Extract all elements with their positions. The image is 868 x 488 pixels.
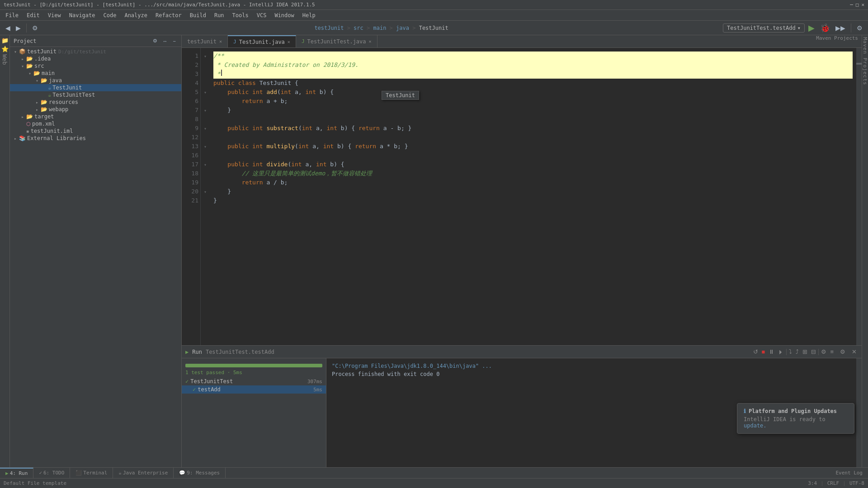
menu-vcs[interactable]: VCS <box>253 11 270 19</box>
tab-testjunittest-java[interactable]: J TestJunitTest.java ✕ <box>296 35 377 47</box>
run-panel-settings2[interactable]: ⚙ <box>839 347 847 356</box>
code-editor-container: TestJunit 1 2 3 4 5 6 7 8 9 12 13 16 17 … <box>182 48 862 345</box>
tree-label: main <box>42 70 55 76</box>
run-button[interactable]: ▶ <box>807 22 816 34</box>
run-stop[interactable]: ■ <box>760 347 767 356</box>
tree-item-webapp[interactable]: ▸ 📂 webapp <box>10 106 181 113</box>
tab-close-testjunit[interactable]: ✕ <box>219 39 222 44</box>
menu-edit[interactable]: Edit <box>23 11 43 19</box>
menu-help[interactable]: Help <box>299 11 319 19</box>
code-text: int <box>316 160 330 169</box>
menu-navigate[interactable]: Navigate <box>66 11 99 19</box>
tree-item-iml[interactable]: ◾ testJunit.iml <box>10 127 181 135</box>
tree-item-src[interactable]: ▾ 📂 src <box>10 62 181 70</box>
icon-favorites[interactable]: ⭐ <box>1 46 9 52</box>
run-filter[interactable]: ⚙ <box>820 347 828 356</box>
run-collapse[interactable]: ⊟ <box>810 347 817 356</box>
menu-window[interactable]: Window <box>271 11 297 19</box>
sidebar-expand[interactable]: ↔ <box>161 38 170 45</box>
run-settings[interactable]: ≡ <box>829 347 835 356</box>
tab-testjunit-java[interactable]: J TestJunit.java ✕ <box>228 35 296 47</box>
tab-close-testjunit-java[interactable]: ✕ <box>288 39 290 44</box>
mark-projects-toggle[interactable]: Maven Projects <box>812 35 862 47</box>
tree-item-resources[interactable]: ▸ 📂 resources <box>10 99 181 106</box>
event-log-link[interactable]: Event Log <box>830 470 868 476</box>
run-tree-item-testjunittest[interactable]: ✓ TestJunitTest 307ms <box>182 377 326 385</box>
run-config-dropdown[interactable]: ▾ <box>797 25 801 31</box>
toolbar-back[interactable]: ◀ <box>4 23 12 33</box>
code-text: * <box>213 70 221 79</box>
run-tree-item-testadd[interactable]: ✓ testAdd 5ms <box>182 385 326 394</box>
tree-item-idea[interactable]: ▸ 📂 .idea <box>10 55 181 62</box>
run-pause[interactable]: ⏸ <box>767 347 776 356</box>
run-config[interactable]: TestJunitTest.testAdd ▾ <box>723 23 805 33</box>
tab-todo[interactable]: ✓ 6: TODO <box>33 468 70 478</box>
toolbar-settings2[interactable]: ⚙ <box>855 23 864 33</box>
tab-terminal[interactable]: ⬛ Terminal <box>70 468 113 478</box>
toolbar-forward[interactable]: ▶ <box>14 23 23 33</box>
menu-file[interactable]: File <box>2 11 22 19</box>
tree-arrow: ▸ <box>19 114 26 119</box>
maven-projects-icon[interactable]: Maven Projects <box>862 37 868 85</box>
run-expand[interactable]: ⊞ <box>801 347 809 356</box>
code-text: } <box>213 106 231 115</box>
tree-item-main[interactable]: ▾ 📂 main <box>10 70 181 77</box>
menu-view[interactable]: View <box>44 11 65 19</box>
toolbar-breadcrumb: testJunit > src > main > java > TestJuni… <box>314 25 448 31</box>
left-sidebar-icons: 📁 ⭐ Web <box>0 35 10 467</box>
fold-line-5[interactable]: ▾ <box>201 88 210 97</box>
tab-close-testjunittest-java[interactable]: ✕ <box>369 39 372 44</box>
icon-project[interactable]: 📁 <box>1 37 9 44</box>
window-maximize[interactable]: □ <box>856 2 859 8</box>
tree-item-testjunittest[interactable]: ☕ TestJunitTest <box>10 91 181 99</box>
tab-run[interactable]: ▶ 4: Run <box>0 468 33 478</box>
run-scroll-end[interactable]: ⤵ <box>788 347 793 356</box>
update-link[interactable]: update. <box>744 422 767 429</box>
sidebar-collapse[interactable]: − <box>171 38 178 45</box>
status-encoding[interactable]: UTF-8 <box>849 480 864 486</box>
tree-item-java[interactable]: ▾ 📂 java <box>10 77 181 84</box>
tab-messages[interactable]: 💬 9: Messages <box>174 468 226 478</box>
fold-line-9[interactable]: ▾ <box>201 124 210 133</box>
run-resume[interactable]: ⏵ <box>777 347 785 356</box>
tree-item-extlibs[interactable]: ▸ 📚 External Libraries <box>10 135 181 142</box>
status-line-ending[interactable]: CRLF <box>827 480 840 486</box>
tab-java-enterprise[interactable]: ☕ Java Enterprise <box>113 468 174 478</box>
toolbar-settings[interactable]: ⚙ <box>30 23 40 33</box>
run-panel-close[interactable]: ✕ <box>850 347 858 356</box>
toolbar-more[interactable]: ▶▶ <box>834 23 847 33</box>
menu-refactor[interactable]: Refactor <box>152 11 185 19</box>
code-content[interactable]: /** * Created by Administrator on 2018/3… <box>210 48 856 345</box>
tab-testjunit[interactable]: testJunit ✕ <box>182 35 228 47</box>
fold-line-11[interactable]: ▾ <box>201 142 210 151</box>
window-minimize[interactable]: ─ <box>850 2 853 8</box>
menu-code[interactable]: Code <box>100 11 120 19</box>
tree-item-target[interactable]: ▸ 📂 target <box>10 113 181 120</box>
window-close[interactable]: ✕ <box>861 2 864 8</box>
run-scroll-start[interactable]: ⤴ <box>794 347 800 356</box>
menu-run[interactable]: Run <box>211 11 228 19</box>
menu-build[interactable]: Build <box>186 11 210 19</box>
icon-web[interactable]: Web <box>1 54 8 65</box>
tree-item-testjunit-file[interactable]: ☕ TestJunit <box>10 84 181 91</box>
fold-line-7[interactable]: ▾ <box>201 106 210 115</box>
tree-item-testjunit[interactable]: ▾ 📦 testJunit D:/git/testJunit <box>10 48 181 55</box>
debug-button[interactable]: 🐞 <box>818 22 832 34</box>
code-text: int <box>252 88 266 97</box>
fold-line-16[interactable]: ▾ <box>201 187 210 196</box>
code-text: multiply <box>266 142 295 151</box>
code-text: int <box>252 160 266 169</box>
progress-bar-container <box>185 364 322 367</box>
run-tree-label: testAdd <box>198 386 221 393</box>
autocomplete-popup[interactable]: TestJunit <box>382 91 419 100</box>
menu-tools[interactable]: Tools <box>229 11 252 19</box>
tree-label: resources <box>49 99 78 105</box>
fold-line-1[interactable]: ▾ <box>201 52 210 61</box>
fold-line-13[interactable]: ▾ <box>201 160 210 169</box>
right-scrollbar[interactable] <box>856 48 862 345</box>
sidebar-settings[interactable]: ⚙ <box>151 37 159 45</box>
run-rerun[interactable]: ↺ <box>752 347 760 356</box>
menu-analyze[interactable]: Analyze <box>121 11 151 19</box>
output-scrollbar[interactable] <box>856 358 862 467</box>
tree-item-pomxml[interactable]: ⬡ pom.xml <box>10 120 181 127</box>
